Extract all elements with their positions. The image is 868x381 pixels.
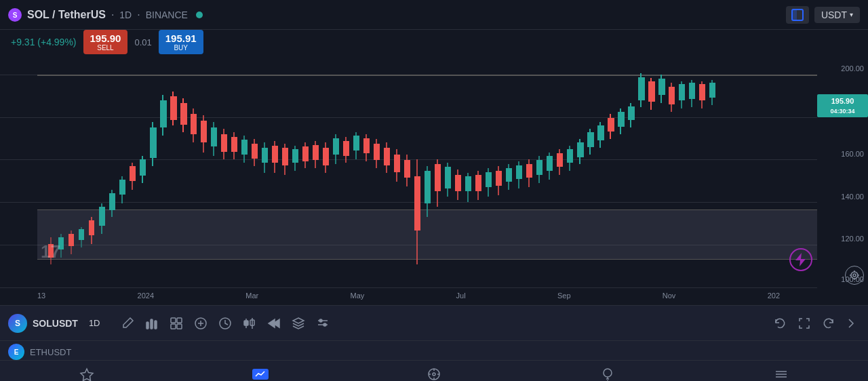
add-button[interactable] [190,313,212,334]
time-label-13: 13 [37,292,45,300]
svg-rect-149 [177,324,182,329]
tradingview-watermark: 17 [41,241,81,264]
svg-rect-67 [363,138,370,153]
symbol-info: S SOLUSDT 1D [8,314,106,333]
svg-rect-59 [323,148,329,165]
svg-rect-61 [333,138,339,155]
time-label-nov: Nov [663,292,676,300]
sell-price: 195.90 [90,33,121,44]
svg-rect-51 [282,148,288,165]
svg-rect-135 [709,83,715,98]
price-label-200: 200.00 [841,64,864,73]
chart-area[interactable]: 200.00 180.00 160.00 140.00 120.00 100.0… [0,54,868,305]
current-price-badge: 195.90 04:30:34 [817,94,868,117]
price-label-160: 160.00 [841,150,864,158]
svg-rect-144 [151,319,153,329]
svg-point-167 [433,373,435,376]
svg-rect-27 [160,100,167,127]
svg-point-172 [604,369,612,377]
svg-rect-148 [171,324,176,329]
indicators-button[interactable] [141,313,163,334]
bottom-nav: Watchlist Chart Explore Ideas [0,360,868,381]
undo-icon [773,317,787,330]
layout-button[interactable] [786,6,809,24]
svg-rect-77 [414,176,420,230]
svg-rect-55 [302,146,309,161]
svg-text:17: 17 [41,241,60,262]
buy-label: BUY [165,44,197,52]
svg-rect-49 [272,146,278,163]
svg-point-137 [851,272,858,279]
plus-circle-icon [194,317,208,330]
svg-rect-63 [343,141,349,156]
svg-rect-69 [374,144,380,160]
svg-rect-33 [191,114,197,134]
price-label-140: 140.00 [841,193,864,201]
nav-item-chart[interactable]: Chart [174,361,347,381]
nav-item-explore[interactable]: Explore [347,361,521,381]
filters-button[interactable] [312,313,334,334]
symbol-name: SOLUSDT [33,318,78,329]
timeframe-button[interactable]: 1D [83,315,106,331]
candle-icon [243,317,256,330]
svg-rect-73 [394,155,400,172]
sell-button[interactable]: 195.90 SELL [83,30,128,54]
layers-button[interactable] [288,313,309,334]
svg-rect-31 [180,103,187,125]
layout-icon [791,9,804,21]
svg-rect-99 [526,164,532,178]
svg-rect-19 [119,180,125,195]
sell-label: SELL [90,44,121,52]
header-exchange: BINANCE [146,9,188,20]
svg-rect-81 [435,164,441,191]
svg-rect-147 [177,318,182,323]
candle-type-button[interactable] [239,313,260,334]
svg-rect-35 [201,121,207,142]
redo-button[interactable] [818,313,840,334]
flash-icon-button[interactable] [789,248,812,271]
svg-rect-133 [699,84,705,100]
toolbar: S SOLUSDT 1D [0,305,868,340]
buy-button[interactable]: 195.91 BUY [159,30,203,54]
next-symbol-name: ETHUSDT [30,347,71,357]
svg-rect-25 [150,127,157,158]
time-label-jul: Jul [456,292,466,300]
svg-point-162 [319,319,322,322]
svg-rect-109 [577,142,584,157]
grid-icon [170,317,183,330]
sliders-icon [316,317,330,330]
fullscreen-button[interactable] [793,313,815,334]
svg-rect-15 [99,207,105,226]
svg-rect-39 [221,134,227,152]
currency-dropdown[interactable]: USDT ▾ [814,7,860,23]
svg-rect-91 [486,172,492,187]
pencil-icon [121,317,134,330]
menu-icon [774,367,789,381]
svg-rect-123 [648,81,655,102]
next-panel-button[interactable] [842,313,860,334]
svg-rect-146 [171,318,176,323]
svg-rect-143 [146,322,149,329]
nav-item-menu[interactable]: Menu [694,361,868,381]
layout-button-toolbar[interactable] [165,313,187,334]
svg-rect-57 [313,145,319,160]
svg-rect-127 [669,87,675,104]
svg-rect-107 [567,149,573,163]
nav-item-ideas[interactable]: Ideas [521,361,694,381]
svg-rect-53 [292,149,298,163]
svg-rect-29 [170,96,177,120]
svg-rect-103 [547,156,553,171]
svg-rect-97 [516,165,522,179]
svg-point-138 [853,274,856,277]
svg-rect-41 [231,137,237,152]
svg-rect-11 [79,229,84,240]
undo-button[interactable] [769,313,791,334]
rewind-button[interactable] [263,313,285,334]
svg-rect-129 [679,84,685,100]
chart-settings-button[interactable] [845,266,864,285]
svg-marker-160 [293,318,304,323]
nav-item-watchlist[interactable]: Watchlist [0,361,174,381]
pencil-tool-button[interactable] [117,313,138,334]
ideas-icon [600,367,615,381]
replay-button[interactable] [214,313,236,334]
